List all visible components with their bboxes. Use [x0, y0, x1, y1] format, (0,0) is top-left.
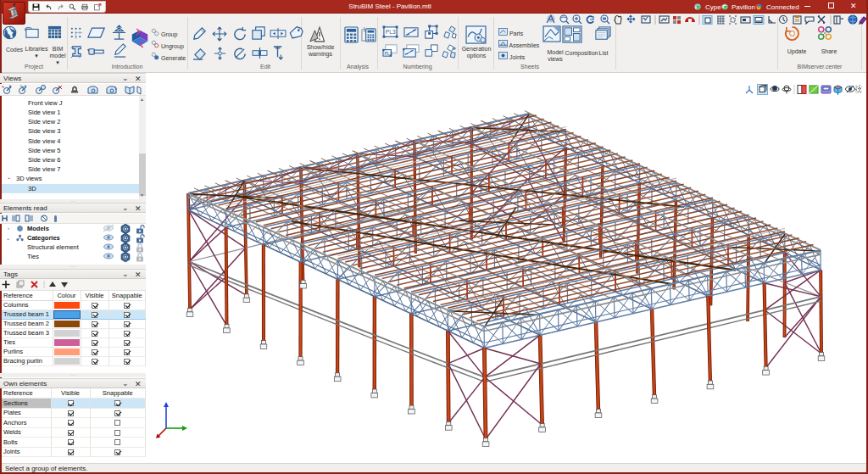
- svg-text:PL3: PL3: [386, 29, 396, 35]
